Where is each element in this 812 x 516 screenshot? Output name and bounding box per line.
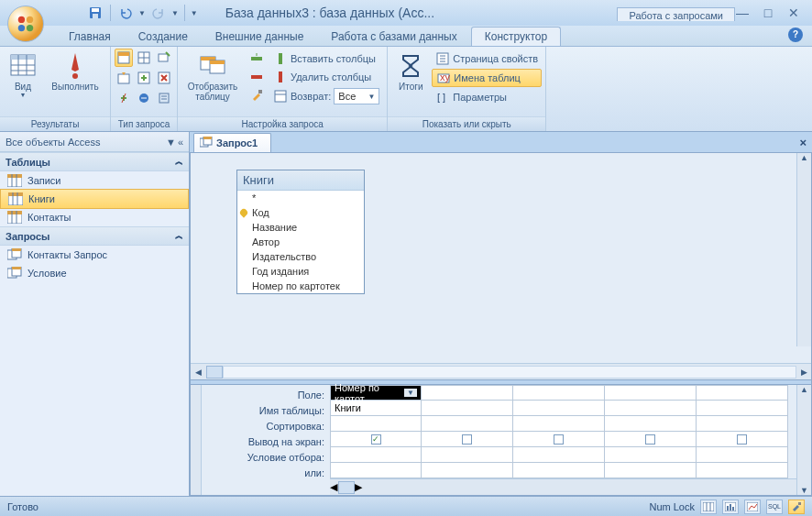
table-field[interactable]: Год издания (237, 264, 364, 279)
checkbox[interactable] (462, 434, 472, 445)
return-combo[interactable]: Все▼ (334, 88, 379, 104)
close-button[interactable]: ✕ (786, 5, 801, 20)
undo-icon[interactable] (116, 4, 135, 22)
save-icon[interactable] (86, 4, 104, 22)
select-query-icon[interactable] (115, 49, 133, 67)
table-field[interactable]: * (237, 191, 364, 205)
run-button[interactable]: Выполнить (44, 49, 106, 93)
checkbox[interactable] (554, 434, 564, 445)
make-table-query-icon[interactable] (155, 49, 173, 67)
checkbox[interactable] (737, 434, 747, 445)
nav-item-table[interactable]: Записи (0, 171, 189, 190)
view-pivot-button[interactable] (722, 500, 739, 514)
property-sheet-button[interactable]: Страница свойств (432, 50, 542, 67)
grid-cell[interactable]: Номер по картот▼ (330, 385, 422, 401)
data-def-query-icon[interactable] (155, 89, 173, 107)
tab-create[interactable]: Создание (125, 27, 202, 46)
tab-design[interactable]: Конструктор (471, 27, 561, 46)
grid-cell[interactable] (422, 447, 513, 463)
grid-cell[interactable] (605, 432, 697, 447)
insert-columns-button[interactable]: Вставить столбцы (269, 50, 383, 67)
delete-query-icon[interactable] (155, 69, 173, 87)
grid-cell[interactable] (605, 385, 697, 401)
delete-columns-button[interactable]: Удалить столбцы (269, 69, 383, 85)
passthrough-query-icon[interactable] (135, 89, 153, 107)
show-table-button[interactable]: Отобразить таблицу (181, 49, 244, 104)
builder-button[interactable] (246, 87, 268, 104)
grid-cell[interactable] (513, 447, 605, 463)
checkbox[interactable] (645, 434, 655, 445)
help-icon[interactable]: ? (788, 27, 803, 42)
grid-cell[interactable] (513, 463, 605, 478)
update-query-icon[interactable] (115, 69, 133, 87)
grid-cell[interactable] (697, 463, 788, 478)
grid-cell[interactable] (605, 463, 697, 478)
insert-rows-button[interactable] (246, 50, 268, 67)
grid-cell[interactable] (697, 432, 788, 447)
grid-cell[interactable] (422, 385, 513, 401)
grid-cell[interactable] (605, 401, 697, 416)
totals-button[interactable]: Итоги (391, 49, 430, 93)
grid-cell[interactable] (605, 447, 697, 463)
table-diagram-area[interactable]: Книги * Код Название Автор Издательство … (191, 153, 811, 363)
crosstab-query-icon[interactable] (135, 49, 153, 67)
horizontal-scrollbar[interactable]: ◀▶ (191, 363, 811, 379)
append-query-icon[interactable] (135, 69, 153, 87)
checkbox[interactable]: ✓ (371, 434, 381, 445)
nav-group-queries[interactable]: Запросы︽ (0, 226, 189, 246)
table-field[interactable]: Автор (237, 235, 364, 249)
grid-cell[interactable] (513, 416, 605, 432)
restore-button[interactable]: □ (761, 5, 775, 20)
grid-cell[interactable] (697, 385, 788, 401)
table-field[interactable]: Издательство (237, 249, 364, 264)
nav-item-table[interactable]: Контакты (0, 208, 189, 226)
view-design-button[interactable] (788, 500, 805, 514)
grid-cell[interactable] (697, 447, 788, 463)
grid-cell[interactable] (330, 463, 422, 478)
grid-horizontal-scrollbar[interactable]: ◀▶ (330, 478, 796, 495)
delete-rows-button[interactable] (246, 69, 268, 85)
redo-icon[interactable] (149, 4, 168, 22)
table-box[interactable]: Книги * Код Название Автор Издательство … (236, 170, 365, 294)
table-field[interactable]: Название (237, 220, 364, 235)
grid-cell[interactable] (513, 385, 605, 401)
minimize-button[interactable]: — (735, 5, 750, 20)
grid-cell[interactable] (513, 401, 605, 416)
grid-vertical-scrollbar[interactable]: ▲▼ (796, 385, 811, 495)
vertical-scrollbar[interactable]: ▲ (796, 153, 811, 346)
tab-external-data[interactable]: Внешние данные (202, 27, 318, 46)
nav-item-query[interactable]: Контакты Запрос (0, 246, 189, 264)
grid-cell[interactable] (422, 416, 513, 432)
grid-cell[interactable]: ✓ (330, 432, 422, 447)
view-button[interactable]: Вид ▼ (4, 49, 42, 100)
nav-item-query[interactable]: Условие (0, 264, 189, 282)
grid-record-selector[interactable] (191, 385, 202, 495)
view-chart-button[interactable] (744, 500, 761, 514)
grid-cell[interactable]: Книги (330, 401, 422, 416)
grid-cell[interactable] (422, 463, 513, 478)
tab-home[interactable]: Главная (55, 27, 125, 46)
table-field[interactable]: Номер по картотек (237, 279, 364, 293)
view-datasheet-button[interactable] (700, 500, 717, 514)
grid-cell[interactable] (330, 416, 422, 432)
grid-cell[interactable] (697, 401, 788, 416)
parameters-button[interactable]: [ ]Параметры (432, 89, 542, 105)
table-field-key[interactable]: Код (237, 205, 364, 220)
grid-cell[interactable] (422, 432, 513, 447)
union-query-icon[interactable] (115, 89, 133, 107)
doc-tab-active[interactable]: Запрос1 (193, 133, 271, 152)
grid-cell[interactable] (697, 416, 788, 432)
tab-database-tools[interactable]: Работа с базами данных (317, 27, 470, 46)
dropdown-icon[interactable]: ▼ (404, 389, 417, 397)
table-names-button[interactable]: xyzИмена таблиц (432, 69, 542, 87)
nav-header[interactable]: Все объекты Access ▼« (0, 132, 189, 152)
doc-close-button[interactable]: × (794, 136, 812, 149)
nav-group-tables[interactable]: Таблицы︽ (0, 152, 189, 171)
nav-item-table[interactable]: Книги (0, 189, 189, 209)
grid-cell[interactable] (330, 447, 422, 463)
view-sql-button[interactable]: SQL (766, 500, 783, 514)
grid-cell[interactable] (513, 432, 605, 447)
office-button[interactable] (7, 5, 44, 42)
grid-cell[interactable] (605, 416, 697, 432)
grid-cell[interactable] (422, 401, 513, 416)
